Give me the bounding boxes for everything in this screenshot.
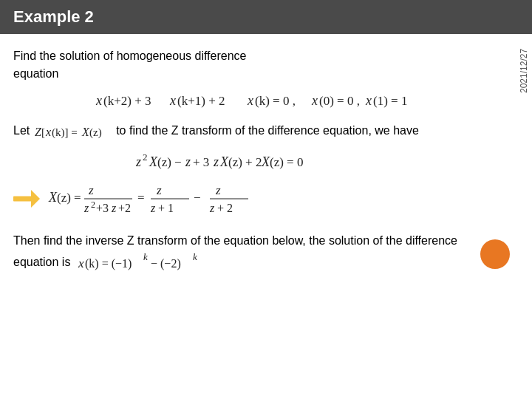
svg-text:−: − (194, 191, 201, 205)
arrow-icon (13, 190, 40, 208)
intro-line1: Find the solution of homogeneous differe… (13, 50, 246, 62)
svg-text:z: z (150, 202, 156, 214)
conclusion-text: Then find the inverse Z transform of the… (13, 231, 519, 277)
svg-text:x: x (169, 93, 176, 108)
svg-text:k: k (193, 251, 197, 262)
intro-line2: equation (13, 67, 58, 80)
svg-text:z: z (156, 183, 162, 197)
svg-text:+ 2: + 2 (217, 202, 233, 214)
svg-text:z: z (215, 183, 221, 197)
svg-text:(k) = 0 ,: (k) = 0 , (255, 94, 296, 108)
xz-formula: X (z) = z z 2 +3 z +2 = z z + 1 − z z + … (47, 180, 358, 218)
svg-text:(1) = 1: (1) = 1 (373, 94, 407, 108)
svg-text:(z) =: (z) = (57, 191, 81, 205)
svg-rect-27 (13, 196, 33, 201)
let-formula: Z [ x (k)] = X (z) (33, 122, 113, 141)
svg-text:+ 1: + 1 (158, 202, 174, 214)
svg-text:x: x (45, 126, 51, 138)
formula-2: z 2 X (z) − z + 3 z X (z) + 2 X (z) = 0 (13, 146, 519, 175)
svg-text:(k)] =: (k)] = (52, 126, 78, 139)
svg-text:z: z (209, 202, 215, 214)
svg-text:(k+2) + 3: (k+2) + 3 (103, 94, 151, 108)
svg-text:(k) = (−1): (k) = (−1) (85, 257, 132, 270)
intro-text: Find the solution of homogeneous differe… (13, 47, 519, 83)
svg-text:k: k (143, 251, 148, 262)
svg-text:(z): (z) (89, 126, 102, 139)
let-section: Let Z [ x (k)] = X (z) to find the Z tra… (13, 121, 519, 141)
svg-text:− (−2): − (−2) (151, 257, 181, 270)
svg-text:=: = (137, 191, 145, 205)
main-content: 2021/12/27 Find the solution of homogene… (0, 34, 532, 284)
svg-text:(z) = 0: (z) = 0 (270, 155, 303, 169)
svg-text:+ 3: + 3 (193, 155, 209, 169)
date-stamp: 2021/12/27 (519, 34, 529, 93)
svg-text:x: x (247, 93, 253, 108)
svg-text:[: [ (41, 126, 45, 138)
svg-text:z: z (213, 154, 219, 169)
title-bar: Example 2 (0, 0, 532, 34)
svg-text:(z) + 2: (z) + 2 (228, 155, 262, 169)
svg-text:+3: +3 (96, 202, 109, 214)
svg-text:2: 2 (91, 200, 95, 210)
svg-text:(z) −: (z) − (157, 155, 182, 169)
svg-text:z: z (88, 183, 94, 197)
arrow-row: X (z) = z z 2 +3 z +2 = z z + 1 − z z + … (13, 180, 519, 218)
let-suffix: to find the Z transform of the differenc… (116, 124, 419, 137)
svg-text:x: x (78, 256, 84, 270)
svg-text:x: x (311, 93, 318, 108)
svg-text:x: x (95, 93, 102, 108)
svg-text:x: x (365, 93, 372, 108)
title-text: Example 2 (13, 7, 94, 26)
svg-text:z: z (111, 202, 117, 214)
conclusion-formula: x (k) = (−1) k − (−2) k (77, 250, 239, 276)
svg-marker-28 (31, 190, 40, 208)
svg-text:(k+1) + 2: (k+1) + 2 (177, 94, 225, 108)
svg-text:z: z (83, 202, 89, 214)
svg-text:(0) = 0 ,: (0) = 0 , (319, 94, 360, 108)
svg-text:+2: +2 (118, 202, 131, 214)
let-prefix: Let (13, 124, 33, 137)
svg-text:z: z (185, 154, 191, 169)
svg-text:z: z (135, 154, 141, 169)
formula-1: x (k+2) + 3 x (k+1) + 2 x (k) = 0 , x (0… (13, 87, 519, 114)
svg-text:2: 2 (143, 151, 148, 163)
